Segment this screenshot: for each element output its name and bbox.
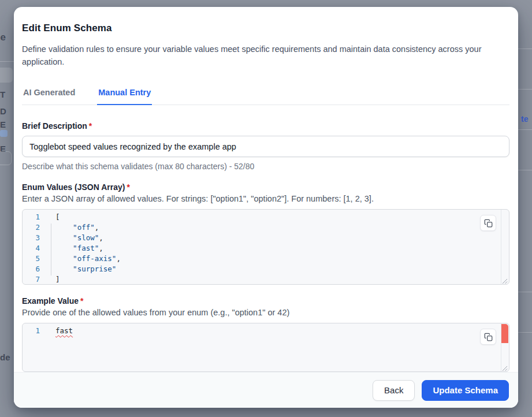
update-schema-button[interactable]: Update Schema — [422, 380, 509, 401]
brief-description-helper: Describe what this schema validates (max… — [22, 162, 509, 171]
enum-values-helper: Enter a JSON array of allowed values. Fo… — [22, 194, 509, 203]
copy-button[interactable] — [480, 215, 496, 231]
back-button[interactable]: Back — [373, 380, 415, 401]
backdrop-divider — [518, 89, 532, 90]
example-value-helper: Provide one of the allowed values from y… — [22, 308, 509, 317]
required-asterisk: * — [127, 183, 129, 192]
line-number: 1 — [23, 212, 40, 222]
dialog-description: Define validation rules to ensure your v… — [22, 43, 509, 68]
line-number: 7 — [23, 274, 40, 285]
tab-bar: AI Generated Manual Entry — [22, 88, 509, 105]
code-line: 1fast — [23, 326, 509, 336]
backdrop-divider — [518, 170, 532, 170]
code-line: 3 "slow", — [23, 233, 509, 243]
example-value-label: Example Value* — [22, 296, 509, 306]
brief-description-label: Brief Description* — [22, 121, 509, 131]
tab-ai-generated[interactable]: AI Generated — [22, 88, 76, 105]
backdrop-divider — [518, 129, 532, 130]
brief-description-input[interactable] — [22, 136, 509, 157]
editor-scroll-track — [501, 210, 501, 284]
code-line: 2 "off", — [23, 222, 509, 233]
code-line: 1[ — [23, 212, 509, 222]
resize-handle[interactable] — [502, 277, 508, 283]
backdrop-badge-fragment — [0, 130, 8, 137]
backdrop-divider — [518, 49, 532, 49]
backdrop-text-fragment: T — [0, 90, 5, 99]
line-number: 5 — [23, 254, 40, 264]
copy-icon — [484, 333, 493, 341]
line-number: 2 — [23, 222, 40, 233]
required-asterisk: * — [80, 296, 83, 306]
misspelled-token: fast — [55, 326, 73, 335]
enum-values-code-editor[interactable]: 1[ 2 "off", 3 "slow", 4 "fast", 5 "off-a… — [22, 209, 509, 285]
example-value-code-editor[interactable]: 1fast — [22, 323, 509, 372]
backdrop-ghost-field — [0, 151, 12, 165]
required-asterisk: * — [89, 121, 92, 131]
backdrop-divider — [518, 292, 532, 292]
code-line: 5 "off-axis", — [23, 254, 509, 264]
code-line: 6 "surprise" — [23, 264, 509, 274]
backdrop-text-fragment: ue — [0, 32, 6, 43]
backdrop-text-fragment: E — [0, 120, 6, 129]
dialog-footer: Back Update Schema — [14, 372, 518, 408]
error-marker — [501, 324, 508, 343]
line-number: 3 — [23, 233, 40, 243]
backdrop-divider — [0, 61, 14, 62]
indent-guide — [51, 224, 51, 275]
line-number: 4 — [23, 243, 40, 254]
enum-values-label: Enum Values (JSON Array)* — [22, 183, 509, 192]
tab-manual-entry[interactable]: Manual Entry — [97, 88, 152, 105]
backdrop-divider — [518, 332, 532, 333]
backdrop-text-fragment: de — [0, 352, 10, 362]
line-number: 1 — [23, 326, 40, 336]
backdrop-link-fragment: te — [521, 114, 528, 124]
copy-icon — [484, 219, 493, 228]
backdrop-text-fragment: D — [0, 106, 6, 116]
line-number: 6 — [23, 264, 40, 274]
code-line: 7] — [23, 274, 509, 285]
resize-handle[interactable] — [502, 364, 508, 370]
edit-enum-schema-dialog: Edit Enum Schema Define validation rules… — [14, 7, 518, 408]
dialog-title: Edit Enum Schema — [22, 23, 509, 34]
code-line: 4 "fast", — [23, 243, 509, 254]
backdrop-ghost-field — [0, 68, 13, 83]
copy-button[interactable] — [480, 329, 496, 345]
